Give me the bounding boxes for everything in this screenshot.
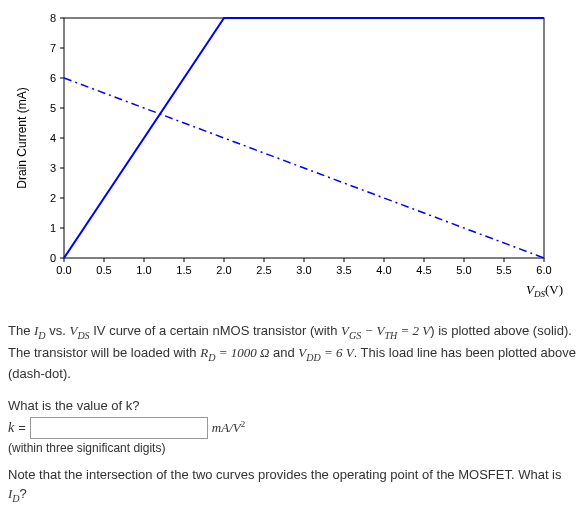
svg-text:1.0: 1.0 (136, 264, 151, 276)
svg-text:5.5: 5.5 (496, 264, 511, 276)
svg-text:4: 4 (50, 132, 56, 144)
chart-svg: 0.0 0.5 1.0 1.5 2.0 2.5 3.0 3.5 4.0 4.5 … (8, 8, 578, 298)
svg-text:Drain Current (mA): Drain Current (mA) (15, 87, 29, 188)
svg-text:2.5: 2.5 (256, 264, 271, 276)
desc-and: and (269, 345, 298, 360)
q1-unit: mA/V2 (212, 419, 245, 436)
iv-chart: 0.0 0.5 1.0 1.5 2.0 2.5 3.0 3.5 4.0 4.5 … (8, 8, 576, 301)
svg-text:6.0: 6.0 (536, 264, 551, 276)
svg-text:5: 5 (50, 102, 56, 114)
svg-text:1: 1 (50, 222, 56, 234)
q1-var: k (8, 420, 14, 436)
svg-text:0.0: 0.0 (56, 264, 71, 276)
desc-prefix: The (8, 323, 34, 338)
desc-mid: IV curve of a certain nMOS transistor (w… (90, 323, 341, 338)
svg-line-47 (64, 78, 544, 258)
svg-text:2.0: 2.0 (216, 264, 231, 276)
svg-text:2: 2 (50, 192, 56, 204)
q1-hint: (within three significant digits) (8, 441, 576, 455)
k-input[interactable] (30, 417, 208, 439)
svg-text:6: 6 (50, 72, 56, 84)
q1-prompt: What is the value of k? (8, 398, 576, 413)
svg-rect-0 (64, 18, 544, 258)
svg-text:3.0: 3.0 (296, 264, 311, 276)
svg-text:3.5: 3.5 (336, 264, 351, 276)
svg-text:5.0: 5.0 (456, 264, 471, 276)
svg-text:0: 0 (50, 252, 56, 264)
svg-text:8: 8 (50, 12, 56, 24)
q1-eq: = (18, 420, 26, 435)
problem-description: The ID vs. VDS IV curve of a certain nMO… (8, 321, 576, 384)
svg-text:4.5: 4.5 (416, 264, 431, 276)
svg-text:1.5: 1.5 (176, 264, 191, 276)
svg-text:3: 3 (50, 162, 56, 174)
svg-text:0.5: 0.5 (96, 264, 111, 276)
svg-text:VDS(V): VDS(V) (526, 282, 563, 298)
q1-input-row: k = mA/V2 (8, 417, 576, 439)
svg-text:7: 7 (50, 42, 56, 54)
q2-note: Note that the intersection of the two cu… (8, 465, 576, 506)
svg-text:4.0: 4.0 (376, 264, 391, 276)
